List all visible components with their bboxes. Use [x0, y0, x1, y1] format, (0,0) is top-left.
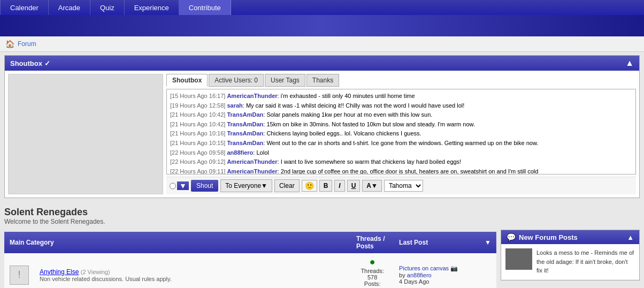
nav-contribute[interactable]: Contribute	[179, 0, 231, 15]
two-col-layout: Main Category Threads / Posts Last Post …	[4, 230, 640, 288]
speech-icon: 💬	[507, 233, 516, 241]
list-item: Looks a mess to me - Reminds me of the o…	[501, 244, 639, 280]
msg-user: an88fiero	[227, 149, 253, 156]
msg-text: : Lolol	[253, 149, 269, 156]
font-color-button[interactable]: A▼	[362, 180, 382, 192]
font-select[interactable]: Tahoma	[384, 180, 423, 192]
nav-quiz[interactable]: Quiz	[90, 0, 125, 15]
shoutbox-right: Shoutbox Active Users: 0 User Tags Thank…	[166, 74, 636, 194]
shoutbox-toolbar: ▼ Shout To Everyone▼ Clear 🙂 B I U A▼ Ta…	[166, 177, 636, 194]
main-col: Main Category Threads / Posts Last Post …	[4, 230, 496, 288]
collapse-icon[interactable]: ▲	[625, 58, 634, 68]
community-title: Solent Renegades	[4, 207, 640, 218]
msg-time: [19 Hours Ago 12:58]	[170, 102, 225, 109]
nav-calender[interactable]: Calender	[0, 0, 49, 15]
last-post-link[interactable]: Pictures on canvas	[399, 265, 449, 271]
nav-arcade[interactable]: Arcade	[49, 0, 90, 15]
new-post-thumb	[505, 248, 532, 270]
msg-user: TransAmDan	[227, 111, 263, 118]
forum-col-lastpost: Last Post	[394, 232, 479, 253]
messages-wrap: [15 Hours Ago 16:17] AmericanThunder: i'…	[166, 89, 636, 175]
msg-time: [21 Hours Ago 10:15]	[170, 140, 225, 146]
new-posts-header: 💬 New Forum Posts ▲	[501, 230, 639, 244]
tab-shoutbox[interactable]: Shoutbox	[166, 74, 208, 87]
message-line: [22 Hours Ago 09:11] AmericanThunder: 2n…	[170, 167, 632, 175]
breadcrumb-forum[interactable]: Forum	[18, 40, 36, 48]
underline-button[interactable]: U	[347, 180, 361, 192]
forum-collapse-cell	[479, 253, 496, 288]
message-line: [19 Hours Ago 12:58] sarah: My car said …	[170, 101, 632, 111]
forum-header-row: Main Category Threads / Posts Last Post …	[4, 232, 496, 253]
msg-text: : My car said it was -1 whilst deicing i…	[243, 102, 465, 109]
msg-user: TransAmDan	[227, 130, 263, 137]
message-line: [21 Hours Ago 10:42] TransAmDan: 15km on…	[170, 120, 632, 130]
radio-input[interactable]	[170, 183, 176, 190]
forum-col-collapse[interactable]: ▼	[479, 232, 496, 253]
messages-area: [15 Hours Ago 16:17] AmericanThunder: i'…	[166, 89, 636, 175]
message-line: [22 Hours Ago 09:12] AmericanThunder: I …	[170, 157, 632, 167]
msg-user: sarah	[227, 102, 242, 109]
msg-text: : I want to live somewhere so warm that …	[278, 158, 462, 165]
last-post: Pictures on canvas 📷 by an88fiero 4 Days…	[399, 265, 474, 285]
new-posts-collapse[interactable]: ▲	[627, 233, 634, 241]
new-posts-title: New Forum Posts	[519, 233, 578, 241]
to-everyone-button[interactable]: To Everyone▼	[220, 179, 272, 192]
forum-col-category: Main Category	[4, 232, 351, 253]
italic-button[interactable]: I	[334, 180, 344, 192]
msg-time: [22 Hours Ago 09:12]	[170, 158, 225, 165]
tab-user-tags[interactable]: User Tags	[265, 74, 305, 87]
forum-online-icon: ●	[370, 256, 375, 267]
msg-text: : Solar panels making 1kw per hour at mo…	[263, 111, 432, 118]
community-section: Solent Renegades Welcome to the Solent R…	[4, 204, 640, 230]
last-post-user[interactable]: an88fiero	[407, 272, 432, 278]
msg-text: : Went out to the car in shorts and t-sh…	[263, 140, 538, 146]
emoji-button[interactable]: 🙂	[302, 180, 317, 192]
forum-stats-cell: ● Threads: 578 Posts: 3,856	[351, 253, 394, 288]
bold-button[interactable]: B	[319, 180, 333, 192]
forum-posts: Posts: 3,856	[356, 281, 388, 288]
community-subtitle: Welcome to the Solent Renegades.	[4, 218, 640, 225]
banner	[0, 15, 644, 36]
message-line: [21 Hours Ago 10:42] TransAmDan: Solar p…	[170, 110, 632, 120]
shoutbox-tabs: Shoutbox Active Users: 0 User Tags Thank…	[166, 74, 636, 87]
tab-thanks[interactable]: Thanks	[306, 74, 339, 87]
new-posts-list: Looks a mess to me - Reminds me of the o…	[501, 244, 639, 280]
msg-text: : 2nd large cup of coffee on the go, off…	[278, 168, 539, 175]
side-col: 💬 New Forum Posts ▲ Looks a mess to me -…	[501, 230, 640, 288]
forum-threads: Threads: 578	[356, 268, 388, 281]
shout-button[interactable]: Shout	[191, 180, 218, 192]
forum-icon: !	[10, 266, 29, 285]
message-line: [15 Hours Ago 16:17] AmericanThunder: i'…	[170, 92, 632, 101]
forum-table: Main Category Threads / Posts Last Post …	[4, 232, 496, 288]
nav-experience[interactable]: Experience	[125, 0, 179, 15]
main-content: Shoutbox ✓ ▲ Shoutbox Active Users: 0 Us…	[0, 52, 644, 288]
last-post-time: 4 Days Ago	[399, 278, 429, 285]
tab-active-users[interactable]: Active Users: 0	[209, 74, 264, 87]
home-icon: 🏠	[5, 40, 14, 48]
msg-text: : 15km on bike in 30mins. Not fasted to …	[263, 121, 475, 127]
new-posts-box: 💬 New Forum Posts ▲ Looks a mess to me -…	[501, 230, 640, 281]
msg-time: [15 Hours Ago 16:17]	[170, 93, 225, 99]
clear-button[interactable]: Clear	[274, 179, 300, 192]
radio-arrow[interactable]: ▼	[177, 181, 189, 190]
forum-info-cell: Anything Else (2 Viewing) Non vehicle re…	[34, 253, 351, 288]
msg-time: [21 Hours Ago 10:42]	[170, 111, 225, 118]
msg-time: [22 Hours Ago 09:58]	[170, 149, 225, 156]
breadcrumb: 🏠 Forum	[0, 36, 644, 52]
msg-user: AmericanThunder	[227, 93, 277, 99]
forum-lastpost-cell: Pictures on canvas 📷 by an88fiero 4 Days…	[394, 253, 479, 288]
new-post-text: Looks a mess to me - Reminds me of the o…	[536, 248, 635, 275]
forum-title-link[interactable]: Anything Else	[40, 268, 79, 276]
shoutbox-container: Shoutbox ✓ ▲ Shoutbox Active Users: 0 Us…	[4, 55, 640, 198]
shoutbox-inner: Shoutbox Active Users: 0 User Tags Thank…	[5, 71, 639, 198]
msg-time: [21 Hours Ago 10:42]	[170, 121, 225, 127]
message-line: [21 Hours Ago 10:16] TransAmDan: Chicken…	[170, 129, 632, 139]
shoutbox-image	[8, 74, 163, 194]
msg-text: : Chickens laying boiled eggs.. lol. Vol…	[263, 130, 421, 137]
msg-user: TransAmDan	[227, 140, 263, 146]
forum-col-threads: Threads / Posts	[351, 232, 394, 253]
shoutbox-title: Shoutbox ✓	[10, 59, 50, 67]
msg-time: [22 Hours Ago 09:11]	[170, 168, 225, 175]
message-line: [21 Hours Ago 10:15] TransAmDan: Went ou…	[170, 139, 632, 148]
message-line: [22 Hours Ago 09:58] an88fiero: Lolol	[170, 148, 632, 158]
